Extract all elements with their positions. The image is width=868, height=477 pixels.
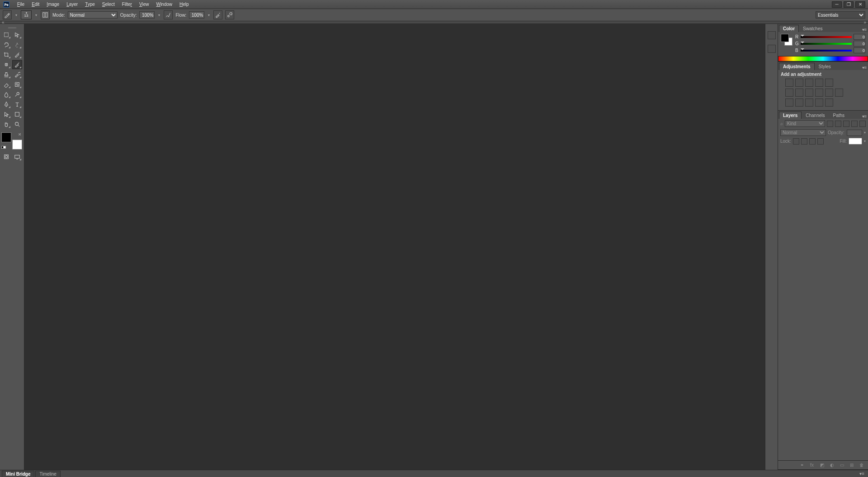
adj-bw-icon[interactable] bbox=[805, 89, 813, 97]
value-b[interactable] bbox=[854, 47, 865, 53]
tab-mini-bridge[interactable]: Mini Bridge bbox=[2, 471, 34, 477]
tab-layers[interactable]: Layers bbox=[779, 112, 802, 119]
lock-transparent-icon[interactable] bbox=[793, 138, 799, 145]
tab-swatches[interactable]: Swatches bbox=[799, 25, 826, 32]
pen-tool[interactable] bbox=[1, 100, 11, 109]
zoom-tool[interactable] bbox=[12, 120, 22, 129]
filter-smart-icon[interactable] bbox=[859, 121, 866, 127]
path-select-tool[interactable] bbox=[1, 110, 11, 119]
adj-invert-icon[interactable] bbox=[785, 98, 793, 107]
flow-input[interactable] bbox=[189, 11, 204, 19]
color-spectrum[interactable] bbox=[778, 56, 868, 61]
gradient-tool[interactable] bbox=[12, 80, 22, 89]
bottom-panel-menu[interactable]: ▾≡ bbox=[858, 471, 866, 476]
filter-shape-icon[interactable] bbox=[851, 121, 858, 127]
adj-curves-icon[interactable] bbox=[805, 79, 813, 87]
adj-threshold-icon[interactable] bbox=[805, 98, 813, 107]
eyedropper-tool[interactable] bbox=[12, 50, 22, 59]
healing-tool[interactable] bbox=[1, 60, 11, 69]
properties-panel-icon[interactable] bbox=[768, 45, 776, 53]
adj-channelmixer-icon[interactable] bbox=[825, 89, 833, 97]
menu-edit[interactable]: Edit bbox=[28, 1, 43, 8]
value-r[interactable] bbox=[854, 34, 865, 40]
pressure-size-toggle[interactable] bbox=[225, 10, 234, 19]
airbrush-toggle[interactable] bbox=[213, 10, 222, 19]
adjustments-panel-menu[interactable]: ▾≡ bbox=[862, 65, 867, 70]
slider-b[interactable] bbox=[801, 48, 852, 53]
foreground-color[interactable] bbox=[1, 132, 11, 142]
layer-opacity-input[interactable] bbox=[847, 130, 862, 136]
layer-fx-icon[interactable]: fx bbox=[808, 462, 816, 468]
panel-color-swatch[interactable] bbox=[781, 34, 793, 46]
menu-layer[interactable]: Layer bbox=[63, 1, 81, 8]
menu-image[interactable]: Image bbox=[43, 1, 63, 8]
filter-adjust-icon[interactable] bbox=[835, 121, 841, 127]
stamp-tool[interactable] bbox=[1, 70, 11, 79]
menu-select[interactable]: Select bbox=[99, 1, 118, 8]
adj-posterize-icon[interactable] bbox=[795, 98, 803, 107]
tab-color[interactable]: Color bbox=[779, 25, 799, 32]
brush-preset-dropdown[interactable]: ▾ bbox=[34, 13, 38, 17]
link-layers-icon[interactable]: ⚭ bbox=[798, 462, 806, 468]
menu-view[interactable]: View bbox=[136, 1, 153, 8]
layer-opacity-dropdown[interactable]: ▾ bbox=[864, 131, 866, 135]
adj-levels-icon[interactable] bbox=[795, 79, 803, 87]
delete-layer-icon[interactable]: 🗑 bbox=[858, 462, 865, 468]
opacity-dropdown[interactable]: ▾ bbox=[157, 13, 161, 17]
layer-fill-dropdown[interactable]: ▾ bbox=[864, 139, 866, 143]
layer-filter-kind[interactable]: Kind bbox=[785, 120, 825, 127]
new-layer-icon[interactable]: ⊞ bbox=[848, 462, 855, 468]
move-tool[interactable] bbox=[12, 30, 22, 39]
lock-all-icon[interactable] bbox=[817, 138, 824, 145]
pressure-opacity-toggle[interactable] bbox=[164, 10, 173, 19]
value-g[interactable] bbox=[854, 41, 865, 47]
menu-window[interactable]: Window bbox=[152, 1, 176, 8]
new-fill-adj-icon[interactable]: ◐ bbox=[828, 462, 835, 468]
marquee-tool[interactable] bbox=[1, 30, 11, 39]
menu-type[interactable]: Type bbox=[81, 1, 99, 8]
layers-list[interactable] bbox=[778, 145, 868, 460]
brush-tool[interactable] bbox=[12, 60, 22, 69]
quickmask-tool[interactable] bbox=[1, 152, 11, 161]
tab-adjustments[interactable]: Adjustments bbox=[779, 63, 815, 70]
brush-preset-picker[interactable]: 13 bbox=[21, 10, 32, 19]
current-tool-icon[interactable] bbox=[3, 10, 12, 19]
slider-r[interactable] bbox=[801, 35, 852, 39]
lasso-tool[interactable] bbox=[1, 40, 11, 49]
adj-selectivecolor-icon[interactable] bbox=[825, 98, 833, 107]
adj-photofilter-icon[interactable] bbox=[815, 89, 823, 97]
canvas-area[interactable] bbox=[24, 24, 765, 470]
blur-tool[interactable] bbox=[1, 90, 11, 99]
tab-timeline[interactable]: Timeline bbox=[35, 471, 60, 477]
layer-mask-icon[interactable]: ◩ bbox=[818, 462, 826, 468]
tab-styles[interactable]: Styles bbox=[815, 63, 835, 70]
tab-channels[interactable]: Channels bbox=[802, 112, 829, 119]
screenmode-tool[interactable] bbox=[12, 152, 22, 161]
default-colors-icon[interactable] bbox=[1, 145, 6, 150]
type-tool[interactable] bbox=[12, 100, 22, 109]
menu-file[interactable]: File bbox=[14, 1, 28, 8]
workspace-select[interactable]: Essentials bbox=[816, 11, 865, 19]
flow-dropdown[interactable]: ▾ bbox=[207, 13, 211, 17]
lock-position-icon[interactable] bbox=[809, 138, 816, 145]
hand-tool[interactable] bbox=[1, 120, 11, 129]
menu-filter[interactable]: Filter bbox=[118, 1, 136, 8]
color-panel-menu[interactable]: ▾≡ bbox=[862, 27, 867, 32]
opacity-input[interactable] bbox=[139, 11, 155, 19]
tool-preset-dropdown[interactable]: ▾ bbox=[14, 13, 18, 17]
filter-type-icon[interactable] bbox=[843, 121, 849, 127]
swap-colors-icon[interactable]: ⤭ bbox=[18, 132, 21, 136]
adj-colorbalance-icon[interactable] bbox=[795, 89, 803, 97]
lock-pixels-icon[interactable] bbox=[801, 138, 807, 145]
adj-exposure-icon[interactable] bbox=[815, 79, 823, 87]
blend-mode-select[interactable]: Normal bbox=[68, 11, 118, 19]
shape-tool[interactable] bbox=[12, 110, 22, 119]
brush-panel-toggle[interactable] bbox=[41, 10, 50, 19]
adj-gradientmap-icon[interactable] bbox=[815, 98, 823, 107]
filter-pixel-icon[interactable] bbox=[827, 121, 833, 127]
dodge-tool[interactable] bbox=[12, 90, 22, 99]
toolbar-handle[interactable]: ┉┉┉ bbox=[1, 26, 23, 29]
crop-tool[interactable] bbox=[1, 50, 11, 59]
tab-paths[interactable]: Paths bbox=[829, 112, 849, 119]
layer-fill-input[interactable] bbox=[849, 138, 862, 145]
